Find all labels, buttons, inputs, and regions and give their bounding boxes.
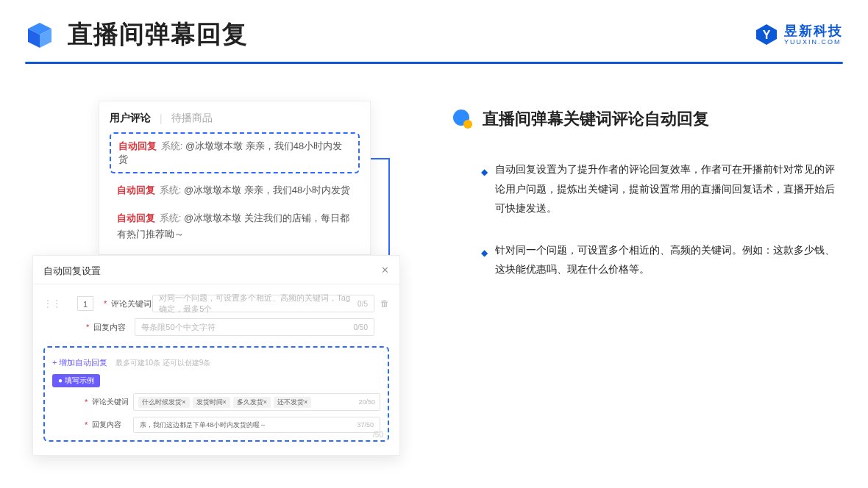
tab-pending-products[interactable]: 待播商品 — [171, 112, 213, 125]
slide-header: 直播间弹幕回复 Y 昱新科技 YUUXIN.COM — [0, 0, 868, 51]
screenshot-area: 用户评论 | 待播商品 自动回复 系统: @冰墩墩本墩 亲亲，我们48小时内发货… — [25, 101, 408, 301]
chat-bubble-icon — [452, 108, 474, 130]
char-count: 20/50 — [358, 398, 375, 406]
keyword-input[interactable]: 对同一个问题，可设置多个相近、高频的关键词，Tag确定，最多5个 0/5 — [152, 295, 374, 312]
reply-input[interactable]: 每条限50个中文字符 0/50 — [135, 318, 374, 336]
example-box: + 增加自动回复 最多可建10条 还可以创建9条 ● 填写示例 * 评论关键词 … — [43, 346, 389, 442]
diamond-icon: ◆ — [481, 164, 488, 218]
row-index: 1 — [77, 296, 93, 311]
close-icon[interactable]: ✕ — [381, 265, 389, 278]
example-badge: ● 填写示例 — [52, 374, 100, 387]
system-label: 系统: — [160, 212, 182, 223]
example-keyword-input[interactable]: 什么时候发货× 发货时间× 多久发货× 还不发货× 20/50 — [133, 393, 380, 411]
auto-reply-label: 自动回复 — [117, 184, 155, 195]
keyword-label: 评论关键词 — [92, 397, 133, 407]
system-label: 系统: — [161, 140, 183, 151]
drag-handle-icon[interactable]: ⋮⋮ — [43, 298, 61, 309]
settings-modal: 自动回复设置 ✕ ⋮⋮ 1 * 评论关键词 对同一个问题，可设置多个相近、高频的… — [32, 255, 400, 456]
comment-row: 自动回复 系统: @冰墩墩本墩 亲亲，我们48小时内发货 — [110, 176, 360, 204]
settings-title: 自动回复设置 — [43, 265, 101, 278]
reply-label: 回复内容 — [92, 420, 133, 430]
keyword-row: ⋮⋮ 1 * 评论关键词 对同一个问题，可设置多个相近、高频的关键词，Tag确定… — [43, 295, 389, 312]
reply-row: * 回复内容 每条限50个中文字符 0/50 — [43, 318, 389, 336]
connector-line — [371, 158, 390, 159]
subtitle-row: 直播间弹幕关键词评论自动回复 — [452, 108, 843, 130]
comment-row: 自动回复 系统: @冰墩墩本墩 关注我们的店铺，每日都有热门推荐呦～ — [110, 204, 360, 248]
example-reply-input[interactable]: 亲，我们这边都是下单48小时内发货的喔～ 37/50 — [133, 417, 380, 433]
add-auto-reply-link[interactable]: + 增加自动回复 — [52, 358, 107, 367]
example-reply-row: * 回复内容 亲，我们这边都是下单48小时内发货的喔～ 37/50 — [52, 417, 380, 433]
char-count: 0/5 — [357, 300, 368, 308]
comments-panel: 用户评论 | 待播商品 自动回复 系统: @冰墩墩本墩 亲亲，我们48小时内发货… — [99, 101, 371, 255]
text-column: 直播间弹幕关键词评论自动回复 ◆ 自动回复设置为了提升作者的评论回复效率，作者可… — [408, 101, 843, 301]
keyword-label: 评论关键词 — [111, 298, 152, 309]
subtitle: 直播间弹幕关键词评论自动回复 — [483, 108, 709, 130]
required-star: * — [104, 299, 107, 308]
svg-text:Y: Y — [763, 29, 771, 41]
brand-logo-icon: Y — [755, 23, 778, 46]
delete-icon[interactable]: 🗑 — [380, 298, 389, 309]
tab-user-comments[interactable]: 用户评论 — [110, 112, 151, 125]
required-star: * — [86, 323, 89, 331]
tab-separator: | — [160, 112, 163, 124]
bullet-text: 针对同一个问题，可设置多个相近的、高频的关键词。例如：这款多少钱、这块能优惠吗、… — [495, 240, 843, 279]
bullet-text: 自动回复设置为了提升作者的评论回复效率，作者可在开播前针对常见的评论用户问题，提… — [495, 159, 843, 218]
stray-count: /50 — [373, 431, 383, 439]
auto-reply-label: 自动回复 — [118, 140, 157, 151]
example-keyword-row: * 评论关键词 什么时候发货× 发货时间× 多久发货× 还不发货× 20/50 — [52, 393, 380, 411]
char-count: 0/50 — [354, 323, 368, 331]
auto-reply-label: 自动回复 — [117, 212, 155, 223]
brand-domain: YUUXIN.COM — [784, 39, 843, 46]
bullet-item: ◆ 针对同一个问题，可设置多个相近的、高频的关键词。例如：这款多少钱、这块能优惠… — [452, 240, 843, 279]
page-title: 直播间弹幕回复 — [68, 18, 248, 51]
cube-icon — [25, 20, 54, 49]
required-star: * — [85, 420, 88, 429]
brand: Y 昱新科技 YUUXIN.COM — [755, 23, 843, 46]
char-count: 37/50 — [357, 421, 374, 428]
placeholder-text: 每条限50个中文字符 — [141, 322, 215, 333]
placeholder-text: 对同一个问题，可设置多个相近、高频的关键词，Tag确定，最多5个 — [159, 293, 357, 315]
tag[interactable]: 发货时间× — [193, 397, 230, 408]
divider — [33, 284, 399, 284]
brand-name: 昱新科技 — [784, 24, 843, 37]
bullet-item: ◆ 自动回复设置为了提升作者的评论回复效率，作者可在开播前针对常见的评论用户问题… — [452, 159, 843, 218]
svg-point-6 — [463, 120, 472, 129]
diamond-icon: ◆ — [481, 245, 488, 279]
tag[interactable]: 多久发货× — [233, 397, 271, 408]
example-reply-text: 亲，我们这边都是下单48小时内发货的喔～ — [140, 420, 266, 430]
system-label: 系统: — [160, 184, 182, 195]
comment-text: @冰墩墩本墩 亲亲，我们48小时内发货 — [184, 184, 350, 195]
add-note: 最多可建10条 还可以创建9条 — [115, 359, 210, 367]
required-star: * — [85, 398, 88, 406]
highlighted-comment: 自动回复 系统: @冰墩墩本墩 亲亲，我们48小时内发货 — [110, 132, 360, 173]
tag[interactable]: 还不发货× — [274, 397, 311, 408]
reply-label: 回复内容 — [93, 322, 135, 333]
tag[interactable]: 什么时候发货× — [138, 397, 189, 408]
tabs: 用户评论 | 待播商品 — [110, 112, 360, 125]
